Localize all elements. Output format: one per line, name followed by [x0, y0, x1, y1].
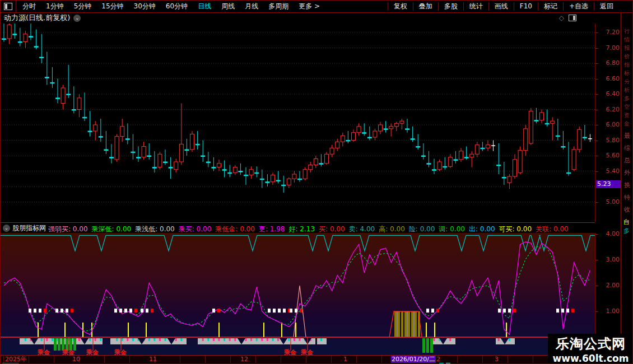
sidebar-glyph: 价: [624, 53, 630, 60]
candle: [217, 160, 221, 171]
candle: [406, 119, 409, 133]
candle: [83, 92, 87, 121]
candle: [18, 28, 22, 46]
right-sidebar[interactable]: 行情报价指标分析多空资金最综总外换特收自多: [621, 13, 633, 364]
candle: [276, 171, 280, 184]
indicator-chevron-icon[interactable]: ⌄: [3, 225, 10, 232]
title-chevron-icon[interactable]: ⌄: [73, 15, 81, 22]
watermark: 乐淘公式网 www.60lt.com: [548, 334, 633, 364]
candle: [94, 121, 97, 140]
tool-item-+自选[interactable]: +自选: [563, 2, 594, 11]
panel-split-icon[interactable]: [569, 15, 576, 21]
period-item-30分钟[interactable]: 30分钟: [129, 2, 161, 11]
candle: [314, 156, 318, 168]
indicator-panel[interactable]: 乘金乘金乘金乘金乘金乘金: [1, 233, 595, 355]
candle: [567, 142, 571, 176]
candle: [508, 174, 511, 189]
indicator-axis-label: 1.00: [606, 307, 620, 315]
period-item-更多 >[interactable]: 更多 >: [294, 2, 325, 11]
price-label: 5.80: [606, 137, 620, 144]
candle: [357, 123, 361, 136]
candle: [411, 127, 415, 142]
price-label: 7.00: [606, 44, 620, 52]
candle: [513, 154, 517, 179]
sidebar-tab-收[interactable]: 收: [624, 206, 630, 214]
candle: [384, 121, 388, 133]
period-item-多周期[interactable]: 多周期: [263, 2, 294, 11]
candle: [271, 172, 275, 185]
candle: [325, 152, 329, 165]
tool-item-统计[interactable]: 统计: [463, 2, 488, 11]
candle: [174, 159, 178, 173]
date-label: 1: [343, 356, 347, 363]
tool-item-复权[interactable]: 复权: [388, 2, 413, 11]
period-item-分时[interactable]: 分时: [17, 2, 41, 11]
candle: [459, 148, 463, 162]
tool-item-标记[interactable]: 标记: [538, 2, 563, 11]
candle: [56, 79, 60, 104]
period-item-日线[interactable]: 日线: [193, 2, 216, 11]
candle: [77, 94, 81, 117]
price-label: 5.60: [606, 152, 620, 159]
tool-item-返回[interactable]: 返回: [594, 2, 619, 11]
period-item-1分钟[interactable]: 1分钟: [41, 2, 69, 11]
sidebar-tab-最[interactable]: 最: [624, 132, 630, 140]
indicator-field-乘买: 乘买: 0.00: [179, 225, 212, 233]
candle: [228, 165, 232, 178]
tool-item-多股[interactable]: 多股: [438, 2, 463, 11]
price-label: 5.00: [606, 198, 620, 206]
watermark-title: 乐淘公式网: [548, 335, 633, 353]
candle: [400, 119, 404, 129]
date-axis: 2025年1011121232026/01/20/二: [1, 355, 595, 363]
period-item-60分钟[interactable]: 60分钟: [161, 2, 193, 11]
sidebar-badge-watchlist[interactable]: 自: [623, 218, 630, 226]
indicator-field-关联: 关联: 0.00: [536, 225, 569, 233]
diamond-icon[interactable]: ◇: [559, 14, 564, 22]
period-item-周线[interactable]: 周线: [216, 2, 240, 11]
tool-item-F10[interactable]: F10: [514, 2, 538, 11]
candle: [373, 129, 377, 141]
sidebar-tab-总[interactable]: 总: [624, 156, 630, 165]
sidebar-tab-综[interactable]: 综: [624, 144, 630, 152]
period-item-月线[interactable]: 月线: [240, 2, 263, 11]
candle: [394, 122, 398, 132]
candle: [120, 119, 124, 142]
indicator-name: 股朋指标网: [12, 223, 46, 233]
sidebar-tab-外[interactable]: 外: [624, 169, 630, 177]
candle: [255, 166, 259, 177]
candle: [578, 127, 581, 153]
window-split-icon[interactable]: [4, 3, 12, 10]
candle: [110, 144, 114, 163]
candle: [303, 167, 307, 180]
candle: [421, 143, 425, 160]
candle: [389, 123, 393, 136]
period-item-5分钟[interactable]: 5分钟: [69, 2, 97, 11]
candle: [88, 111, 92, 136]
tool-item-叠加[interactable]: 叠加: [413, 2, 438, 11]
sidebar-tab-换[interactable]: 换: [624, 181, 630, 189]
candle: [137, 147, 141, 162]
candle: [437, 160, 441, 171]
price-label: 6.20: [606, 106, 620, 113]
sidebar-glyph: 行: [624, 27, 630, 35]
candle: [196, 131, 199, 150]
period-menu: 分时1分钟5分钟15分钟30分钟60分钟日线周线月线多周期更多 >: [17, 2, 325, 11]
candle: [206, 152, 210, 167]
price-label: 6.00: [606, 121, 620, 128]
sidebar-glyph: 报: [624, 44, 630, 52]
candle: [169, 157, 173, 179]
tool-item-画线[interactable]: 画线: [488, 2, 514, 11]
indicator-header: ⌄ 股朋指标网 强弱买: 0.00乘深低: 0.00乘浅低: 0.00乘买: 0…: [1, 222, 595, 234]
sidebar-tab-特[interactable]: 特: [624, 193, 630, 202]
indicator-field-乘低金: 乘低金: 0.00: [215, 225, 255, 233]
candlestick-chart[interactable]: [1, 24, 595, 222]
sidebar-glyph: 空: [624, 103, 630, 111]
price-label: 6.80: [606, 59, 620, 67]
indicator-field-调: 调: 0.00: [439, 225, 465, 233]
candle: [239, 164, 243, 175]
sidebar-badge-multi[interactable]: 多: [623, 227, 630, 235]
indicator-field-更: 更: 1.98: [259, 225, 285, 233]
candle: [131, 134, 135, 160]
period-item-15分钟[interactable]: 15分钟: [96, 2, 128, 11]
candle: [185, 139, 189, 156]
